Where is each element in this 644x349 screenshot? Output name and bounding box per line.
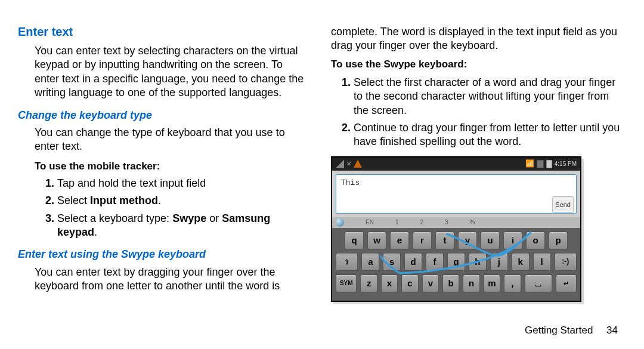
card-icon xyxy=(537,160,544,168)
key[interactable]: c xyxy=(401,274,418,292)
subheading-mobile-tracker: To use the mobile tracker: xyxy=(35,160,307,173)
step-text: Select the first character of a word and… xyxy=(354,76,615,116)
key[interactable]: s xyxy=(383,253,401,271)
key[interactable]: n xyxy=(463,274,479,292)
key[interactable]: g xyxy=(447,253,465,271)
column-right: complete. The word is displayed in the t… xyxy=(331,24,620,319)
step-text: or xyxy=(206,212,222,224)
kbd-hint: 3 xyxy=(445,218,448,226)
key[interactable]: q xyxy=(345,231,364,249)
step-item: 2.Select Input method. xyxy=(45,194,307,208)
step-item: 2.Continue to drag your finger from lett… xyxy=(342,121,620,149)
space-key[interactable]: ⎵ xyxy=(525,274,552,292)
step-text-bold: Swype xyxy=(172,212,206,224)
page-footer: Getting Started 34 xyxy=(525,324,618,337)
swype-body-left: You can enter text by dragging your fing… xyxy=(35,265,307,294)
intro-paragraph: You can enter text by selecting characte… xyxy=(35,44,307,100)
footer-page-number: 34 xyxy=(606,325,618,336)
text-input-area[interactable]: This Send xyxy=(336,174,577,214)
shift-key[interactable]: ⇧ xyxy=(336,253,358,271)
swype-logo-icon xyxy=(336,218,344,227)
key[interactable]: l xyxy=(533,253,551,271)
heading-swype: Enter text using the Swype keyboard xyxy=(18,248,307,261)
key[interactable]: w xyxy=(367,231,386,249)
step-text: Tap and hold the text input field xyxy=(57,177,206,189)
key[interactable]: k xyxy=(512,253,530,271)
phone-screenshot: ✕ 📶 4:15 PM This Send EN 1 2 3 xyxy=(331,156,581,302)
key[interactable]: x xyxy=(381,274,398,292)
key[interactable]: e xyxy=(390,231,409,249)
kbd-hint: % xyxy=(470,218,475,226)
key[interactable]: y xyxy=(458,231,477,249)
key[interactable]: z xyxy=(360,274,377,292)
column-left: Enter text You can enter text by selecti… xyxy=(18,24,307,319)
enter-key[interactable]: ↵ xyxy=(556,274,577,292)
step-text-bold: Input method xyxy=(90,194,158,206)
key-row-2: ⇧ a s d f g h j k l :-) xyxy=(336,253,577,271)
signal-x-icon: ✕ xyxy=(346,160,351,168)
send-button[interactable]: Send xyxy=(552,196,574,213)
key[interactable]: b xyxy=(442,274,459,292)
key[interactable]: j xyxy=(490,253,508,271)
keyboard-hint-row: EN 1 2 3 % xyxy=(332,217,580,228)
step-item: 3.Select a keyboard type: Swype or Samsu… xyxy=(45,212,307,240)
emoji-key[interactable]: :-) xyxy=(555,253,577,271)
step-text: Continue to drag your finger from letter… xyxy=(354,122,620,147)
step-text: . xyxy=(94,226,97,238)
swype-steps: 1.Select the first character of a word a… xyxy=(342,76,620,149)
mobile-tracker-steps: 1.Tap and hold the text input field 2.Se… xyxy=(45,177,307,240)
step-text: Select xyxy=(57,194,90,206)
swype-body-right: complete. The word is displayed in the t… xyxy=(331,25,620,53)
key[interactable]: f xyxy=(426,253,444,271)
step-text: . xyxy=(158,194,161,206)
keyboard: q w e r t y u i o p ⇧ a s d f g xyxy=(332,228,580,301)
key[interactable]: u xyxy=(481,231,500,249)
change-keyboard-body: You can change the type of keyboard that… xyxy=(35,126,307,154)
subheading-swype: To use the Swype keyboard: xyxy=(331,58,620,71)
key[interactable]: a xyxy=(361,253,379,271)
key[interactable]: , xyxy=(504,274,521,292)
status-left: ✕ xyxy=(336,160,362,168)
kbd-hint: 2 xyxy=(420,218,423,226)
status-right: 📶 4:15 PM xyxy=(525,159,577,169)
key[interactable]: h xyxy=(469,253,487,271)
status-bar: ✕ 📶 4:15 PM xyxy=(332,157,580,171)
step-item: 1.Select the first character of a word a… xyxy=(342,76,620,118)
battery-icon xyxy=(546,160,552,168)
key-row-3: SYM z x c v b n m , ⎵ ↵ xyxy=(336,274,577,292)
key[interactable]: i xyxy=(503,231,522,249)
kbd-lang: EN xyxy=(366,218,374,226)
kbd-hint: 1 xyxy=(395,218,399,226)
page-heading: Enter text xyxy=(18,24,307,39)
key[interactable]: d xyxy=(404,253,422,271)
key[interactable]: t xyxy=(435,231,454,249)
step-item: 1.Tap and hold the text input field xyxy=(45,177,307,190)
warning-icon xyxy=(354,160,362,168)
heading-change-keyboard: Change the keyboard type xyxy=(18,109,307,122)
sym-key[interactable]: SYM xyxy=(336,274,357,292)
footer-section: Getting Started xyxy=(525,325,593,336)
key[interactable]: v xyxy=(422,274,439,292)
status-time: 4:15 PM xyxy=(555,160,577,168)
wifi-icon: 📶 xyxy=(525,159,534,169)
page-content: Enter text You can enter text by selecti… xyxy=(0,0,644,319)
key[interactable]: m xyxy=(484,274,500,292)
key[interactable]: o xyxy=(526,231,545,249)
key[interactable]: r xyxy=(413,231,432,249)
step-text: Select a keyboard type: xyxy=(57,212,172,224)
input-text: This xyxy=(341,178,544,189)
key-row-1: q w e r t y u i o p xyxy=(336,231,577,249)
key[interactable]: p xyxy=(549,231,568,249)
signal-icon xyxy=(336,160,344,168)
